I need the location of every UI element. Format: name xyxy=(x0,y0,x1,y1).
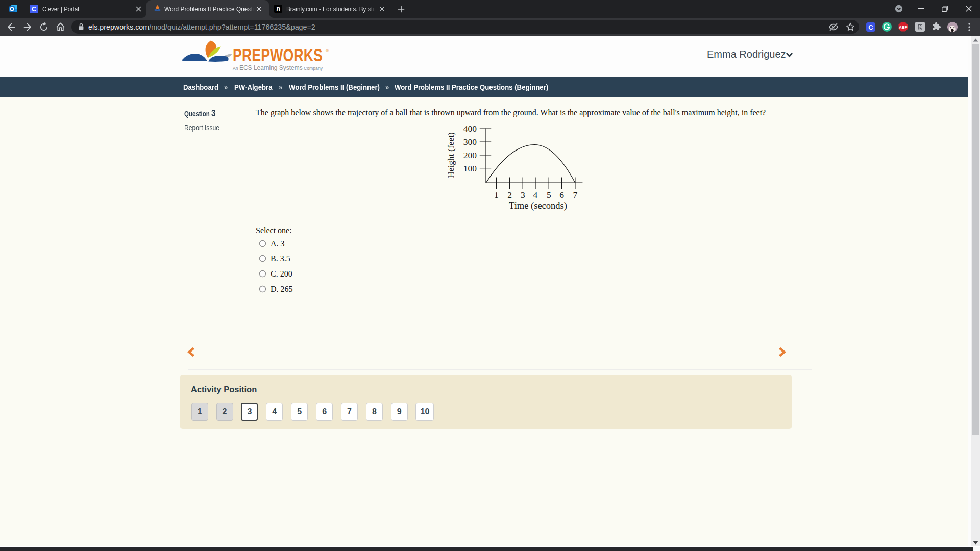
svg-text:C: C xyxy=(868,23,873,31)
svg-text:400: 400 xyxy=(463,123,477,134)
svg-text:100: 100 xyxy=(463,163,477,173)
svg-text:®: ® xyxy=(326,48,329,53)
svg-text:Height (feet): Height (feet) xyxy=(446,132,456,178)
svg-text:200: 200 xyxy=(463,150,477,160)
svg-text:2: 2 xyxy=(507,190,512,200)
svg-text:ABP: ABP xyxy=(899,25,908,30)
svg-text:6: 6 xyxy=(559,190,564,200)
svg-text:B: B xyxy=(276,6,280,13)
svg-text:PREPWORKS: PREPWORKS xyxy=(233,45,323,65)
svg-text:An ECS Learning Systems Compan: An ECS Learning Systems Company xyxy=(233,64,323,71)
svg-text:4: 4 xyxy=(533,190,538,200)
svg-text:300: 300 xyxy=(463,137,477,147)
svg-text:5: 5 xyxy=(547,190,551,200)
svg-text:3: 3 xyxy=(521,190,525,200)
svg-text:Time (seconds): Time (seconds) xyxy=(509,201,567,211)
svg-text:7: 7 xyxy=(573,190,577,200)
svg-text:C: C xyxy=(32,6,36,13)
svg-text:1: 1 xyxy=(494,190,499,200)
